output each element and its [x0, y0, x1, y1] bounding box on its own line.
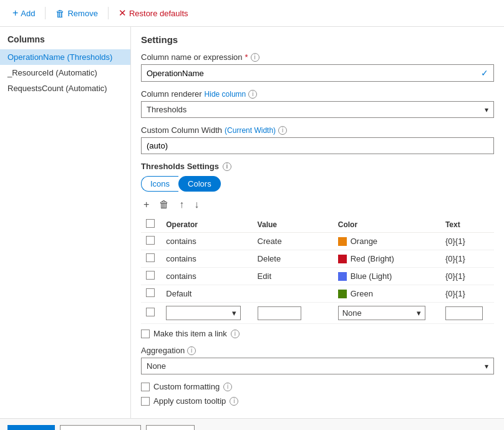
thresholds-title: Thresholds Settings i [141, 162, 494, 171]
move-down-button[interactable]: ↓ [191, 198, 201, 212]
custom-width-input[interactable] [147, 141, 488, 150]
toolbar: + Add 🗑 Remove ✕ Restore defaults [0, 0, 504, 27]
row4-operator: Default [161, 285, 252, 303]
table-row: contains Edit Blue (Light) {0}{1} [141, 268, 494, 285]
row3-color-name: Blue (Light) [351, 271, 392, 281]
column-renderer-info-icon[interactable]: i [248, 90, 257, 99]
row1-operator: contains [161, 233, 252, 250]
column-renderer-value: Thresholds [147, 105, 187, 114]
row4-checkbox[interactable] [146, 288, 155, 297]
bottom-bar: Apply Save and Close Cancel [0, 418, 504, 430]
apply-button[interactable]: Apply [7, 425, 55, 430]
new-row-color-select[interactable]: None ▾ [338, 306, 425, 320]
row2-checkbox[interactable] [146, 253, 155, 262]
new-row-value-input[interactable] [258, 306, 301, 320]
row3-value: Edit [253, 268, 333, 285]
new-row-text-input[interactable] [445, 306, 483, 320]
row1-text: {0}{1} [440, 233, 494, 250]
sidebar-item-col2[interactable]: _ResourceId (Automatic) [0, 65, 130, 81]
row4-color: Green [333, 285, 440, 303]
add-button[interactable]: + Add [7, 5, 40, 21]
restore-icon: ✕ [119, 7, 127, 19]
separator-1 [45, 7, 46, 19]
sidebar-item-col1[interactable]: OperationName (Thresholds) [0, 49, 130, 65]
chevron-down-icon: ▾ [485, 362, 488, 371]
make-link-label: Make this item a link [153, 329, 227, 338]
row3-operator: contains [161, 268, 252, 285]
custom-width-input-wrapper [141, 137, 494, 154]
sidebar-item-label-col2: _ResourceId (Automatic) [7, 68, 97, 77]
make-link-info-icon[interactable]: i [231, 330, 240, 338]
add-row-button[interactable]: + [141, 198, 152, 212]
aggregation-select[interactable]: None ▾ [141, 358, 494, 374]
row1-color-name: Orange [351, 237, 377, 246]
apply-tooltip-info-icon[interactable]: i [230, 397, 238, 406]
custom-formatting-info-icon[interactable]: i [223, 383, 232, 391]
row1-checkbox[interactable] [146, 236, 155, 245]
make-link-row: Make this item a link i [141, 329, 494, 338]
sidebar-item-label-col3: RequestsCount (Automatic) [7, 84, 107, 93]
delete-row-button[interactable]: 🗑 [157, 198, 172, 212]
move-up-button[interactable]: ↑ [177, 198, 187, 212]
row3-text: {0}{1} [440, 268, 494, 285]
row1-value: Create [253, 233, 333, 250]
aggregation-info-icon[interactable]: i [187, 346, 196, 355]
sidebar: Columns OperationName (Thresholds) _Reso… [0, 27, 131, 418]
row4-color-name: Green [351, 289, 373, 298]
aggregation-value: None [147, 361, 166, 371]
custom-formatting-checkbox[interactable] [141, 383, 150, 391]
aggregation-group: Aggregation i None ▾ [141, 346, 494, 374]
row3-checkbox[interactable] [146, 271, 155, 280]
make-link-checkbox[interactable] [141, 330, 150, 338]
apply-tooltip-checkbox[interactable] [141, 397, 150, 406]
hide-column-link[interactable]: Hide column [205, 90, 246, 99]
row1-color: Orange [333, 233, 440, 250]
row1-color-dot [338, 237, 347, 246]
toggle-group: Icons Colors [141, 176, 494, 192]
column-name-info-icon[interactable]: i [251, 53, 259, 62]
remove-label: Remove [67, 9, 97, 18]
table-row: Default Green {0}{1} [141, 285, 494, 303]
threshold-table: Operator Value Color Text contains Creat… [141, 217, 494, 324]
cancel-button[interactable]: Cancel [146, 425, 195, 430]
save-close-button[interactable]: Save and Close [60, 425, 141, 430]
custom-formatting-row: Custom formatting i [141, 382, 494, 391]
icons-toggle[interactable]: Icons [141, 176, 178, 192]
column-name-input-wrapper: ✓ [141, 64, 494, 82]
apply-tooltip-row: Apply custom tooltip i [141, 396, 494, 406]
row2-operator: contains [161, 250, 252, 268]
custom-width-info-icon[interactable]: i [278, 126, 287, 135]
colors-toggle[interactable]: Colors [178, 176, 221, 192]
row4-value [253, 285, 333, 303]
sidebar-item-col3[interactable]: RequestsCount (Automatic) [0, 81, 130, 96]
column-renderer-select[interactable]: Thresholds ▾ [141, 101, 494, 118]
restore-button[interactable]: ✕ Restore defaults [114, 5, 193, 21]
row3-color: Blue (Light) [333, 268, 440, 285]
required-star: * [245, 52, 248, 62]
aggregation-label: Aggregation i [141, 346, 494, 355]
separator-2 [108, 7, 109, 19]
column-name-input[interactable] [147, 69, 481, 78]
chevron-down-icon: ▾ [485, 105, 488, 114]
apply-tooltip-label: Apply custom tooltip [153, 396, 226, 406]
new-row-operator-select[interactable]: ▾ [166, 306, 241, 320]
header-color: Color [333, 217, 440, 233]
new-row: ▾ None ▾ [141, 303, 494, 324]
header-checkbox[interactable] [146, 219, 155, 228]
row2-color-name: Red (Bright) [351, 254, 394, 263]
current-width-link[interactable]: (Current Width) [225, 126, 276, 135]
custom-width-label: Custom Column Width (Current Width) i [141, 125, 494, 135]
new-row-checkbox[interactable] [146, 308, 155, 316]
row3-color-dot [338, 272, 347, 281]
remove-button[interactable]: 🗑 Remove [51, 6, 102, 21]
header-text: Text [440, 217, 494, 233]
header-operator: Operator [161, 217, 252, 233]
chevron-down-icon: ▾ [232, 308, 236, 318]
table-toolbar: + 🗑 ↑ ↓ [141, 198, 494, 212]
add-icon: + [12, 7, 18, 19]
row2-text: {0}{1} [440, 250, 494, 268]
settings-title: Settings [141, 34, 494, 45]
column-name-group: Column name or expression * i ✓ [141, 52, 494, 82]
thresholds-section: Thresholds Settings i Icons Colors + 🗑 ↑… [141, 162, 494, 338]
thresholds-info-icon[interactable]: i [223, 162, 231, 171]
